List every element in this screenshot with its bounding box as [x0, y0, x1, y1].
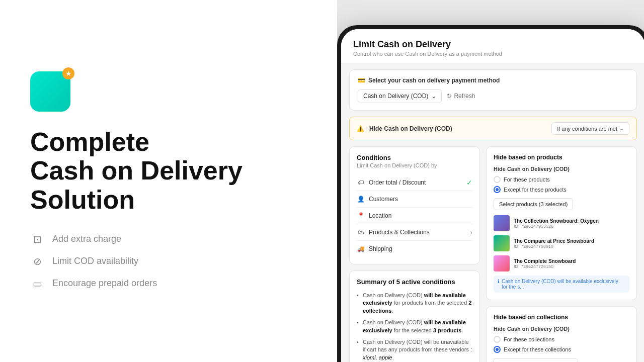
conditions-card-title: Conditions	[357, 154, 472, 161]
location-icon: 📍	[357, 212, 365, 220]
right-column: Hide based on products Hide Cash on Deli…	[486, 146, 637, 362]
feature-prepaid: ▭ Encourage prepaid orders	[30, 277, 307, 291]
product-thumb-1	[494, 215, 510, 231]
radio-group-products: For these products Except for these prod…	[494, 176, 629, 193]
info-message: ℹ Cash on Delivery (COD) will be availab…	[494, 276, 629, 293]
tag-icon: 🏷	[357, 178, 365, 187]
radio-except-collections[interactable]: Except for these collections	[494, 346, 629, 353]
right-panel: Limit Cash on Delivery Control who can u…	[337, 0, 644, 362]
hide-cod-label: Hide Cash on Delivery (COD)	[369, 125, 546, 132]
feature-limit-cod: ⊘ Limit COD availability	[30, 254, 307, 268]
left-column: Conditions Limit Cash on Delivery (COD) …	[349, 146, 480, 362]
radio-group-collections: For these collections Except for these c…	[494, 336, 629, 353]
app-title: Limit Cash on Delivery	[353, 39, 633, 50]
hide-collections-card: Hide based on collections Hide Cash on D…	[486, 306, 637, 362]
chevron-down-icon: ⌄	[619, 125, 624, 132]
summary-title: Summary of 5 active conditions	[357, 278, 472, 286]
product-thumb-2	[494, 235, 510, 251]
hide-cod-row: ⚠️ Hide Cash on Delivery (COD) If any co…	[349, 117, 637, 140]
app-icon: 💵 ★	[30, 71, 70, 112]
svg-rect-0	[38, 77, 62, 102]
product-info-1: The Collection Snowboard: Oxygen ID: 729…	[514, 218, 629, 229]
condition-label: Order total / Discount	[369, 179, 426, 186]
hide-cod-products-label: Hide Cash on Delivery (COD)	[494, 166, 629, 172]
condition-customers[interactable]: 👤 Customers	[357, 191, 472, 208]
payment-controls: Cash on Delivery (COD) ⌄ ↻ Refresh	[358, 89, 628, 103]
condition-products[interactable]: 🛍 Products & Collections ›	[357, 224, 472, 241]
warning-icon: ⚠️	[357, 125, 364, 132]
summary-item-1: Cash on Delivery (COD) will be available…	[357, 292, 472, 315]
hide-cod-collections-label: Hide Cash on Delivery (COD)	[494, 326, 629, 332]
lock-icon: ⊘	[30, 254, 44, 268]
user-icon: 👤	[357, 195, 365, 203]
check-icon: ✓	[466, 178, 472, 187]
select-collections-button[interactable]: Select collections (2 selected)	[494, 358, 578, 362]
app-subtitle: Control who can use Cash on Delivery as …	[353, 51, 633, 57]
summary-item-2: Cash on Delivery (COD) will be available…	[357, 319, 472, 334]
app-header: Limit Cash on Delivery Control who can u…	[341, 29, 644, 63]
feature-extra-charge: ⊡ Add extra charge	[30, 232, 307, 246]
conditions-card: Conditions Limit Cash on Delivery (COD) …	[349, 146, 480, 264]
condition-label: Products & Collections	[369, 229, 430, 236]
radio-for-these-products[interactable]: For these products	[494, 176, 629, 183]
product-thumb-3	[494, 255, 510, 272]
radio-circle-selected	[494, 346, 501, 353]
features-list: ⊡ Add extra charge ⊘ Limit COD availabil…	[30, 232, 307, 291]
screen-content: Limit Cash on Delivery Control who can u…	[341, 29, 644, 362]
conditions-card-subtitle: Limit Cash on Delivery (COD) by	[357, 162, 472, 168]
refresh-icon: ↻	[447, 93, 452, 100]
condition-shipping[interactable]: 🚚 Shipping	[357, 241, 472, 257]
product-info-3: The Complete Snowboard ID: 7296247726150	[514, 258, 629, 269]
arrow-right-icon: ›	[470, 228, 472, 236]
condition-label: Location	[369, 212, 391, 219]
condition-label: Customers	[369, 196, 398, 203]
condition-order-total[interactable]: 🏷 Order total / Discount ✓	[357, 174, 472, 191]
charge-icon: ⊡	[30, 232, 44, 246]
tablet-screen: Limit Cash on Delivery Control who can u…	[341, 29, 644, 362]
radio-circle-selected	[494, 186, 501, 193]
product-item-2: The Compare at Price Snowboard ID: 72962…	[494, 235, 629, 251]
hide-collections-title: Hide based on collections	[494, 314, 629, 321]
product-item-1: The Collection Snowboard: Oxygen ID: 729…	[494, 215, 629, 231]
condition-location[interactable]: 📍 Location	[357, 208, 472, 224]
star-badge: ★	[62, 67, 74, 79]
hide-products-title: Hide based on products	[494, 154, 629, 161]
payment-label: 💳 Select your cash on delivery payment m…	[358, 77, 628, 84]
radio-except-products[interactable]: Except for these products	[494, 186, 629, 193]
payment-dropdown[interactable]: Cash on Delivery (COD) ⌄	[358, 89, 442, 103]
product-item-3: The Complete Snowboard ID: 7296247726150	[494, 255, 629, 272]
condition-label: Shipping	[369, 245, 392, 252]
app-icon-emoji: 💵	[38, 77, 62, 106]
tablet-mockup: Limit Cash on Delivery Control who can u…	[337, 25, 644, 362]
tag-icon: 🛍	[357, 228, 365, 236]
conditions-dropdown[interactable]: If any conditions are met ⌄	[551, 122, 629, 135]
main-title: Complete Cash on Delivery Solution	[30, 128, 307, 214]
summary-card: Summary of 5 active conditions Cash on D…	[349, 270, 480, 362]
hide-products-card: Hide based on products Hide Cash on Deli…	[486, 146, 637, 300]
payment-section: 💳 Select your cash on delivery payment m…	[349, 69, 637, 111]
radio-for-these-collections[interactable]: For these collections	[494, 336, 629, 343]
select-products-button[interactable]: Select products (3 selected)	[494, 198, 573, 210]
chevron-down-icon: ⌄	[431, 93, 436, 100]
summary-item-3: Cash on Delivery (COD) will be unavailab…	[357, 338, 472, 361]
left-panel: 💵 ★ Complete Cash on Delivery Solution ⊡…	[0, 0, 337, 362]
info-icon: ℹ	[498, 279, 500, 284]
main-columns: Conditions Limit Cash on Delivery (COD) …	[341, 146, 644, 362]
refresh-button[interactable]: ↻ Refresh	[447, 93, 475, 100]
radio-circle	[494, 336, 501, 343]
product-info-2: The Compare at Price Snowboard ID: 72962…	[514, 238, 629, 249]
truck-icon: 🚚	[357, 245, 365, 253]
radio-circle	[494, 176, 501, 183]
card-icon: ▭	[30, 277, 44, 291]
